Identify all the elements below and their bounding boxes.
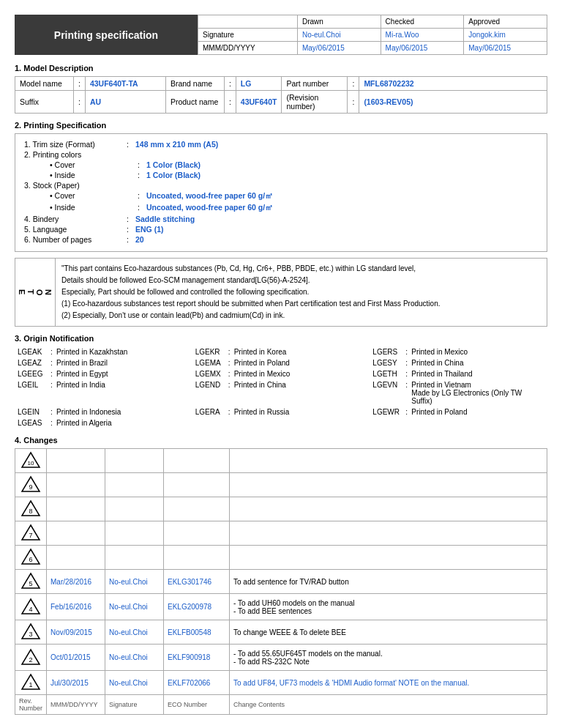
revision-triangle-5: 5 xyxy=(20,572,41,590)
origin-item: LGEAS:Printed in Algeria xyxy=(15,417,192,428)
table-row: 1 Jul/30/2015 No-eul.Choi EKLF702066 To … xyxy=(15,671,547,695)
revision-triangle-10: 10 xyxy=(20,451,41,469)
svg-text:3: 3 xyxy=(29,631,32,638)
origin-item: LGESY:Printed in China xyxy=(370,357,547,368)
spec-row-cover: • Cover : 1 Color (Black) xyxy=(24,160,538,169)
origin-item: LGEIN:Printed in Indonesia xyxy=(15,406,192,417)
revision-triangle-1: 1 xyxy=(20,673,41,691)
revision-triangle-6: 6 xyxy=(20,548,41,565)
origin-item xyxy=(370,417,547,428)
header: Printing specification Drawn Checked App… xyxy=(15,15,547,55)
header-info-table: Drawn Checked Approved Signature No-eul.… xyxy=(198,15,547,55)
table-row: 5 Mar/28/2016 No-eul.Choi EKLG301746 To … xyxy=(15,570,547,594)
table-row: 2 Oct/01/2015 No-eul.Choi EKLF900918 - T… xyxy=(15,645,547,671)
origin-item: LGEEG:Printed in Egypt xyxy=(15,368,192,379)
spec-row-bindery: 4. Bindery : Saddle stitching xyxy=(24,215,538,223)
note-content: "This part contains Eco-hazardous substa… xyxy=(56,259,446,326)
svg-text:6: 6 xyxy=(29,556,32,563)
table-row: Suffix : AU Product name : 43UF640T (Rev… xyxy=(15,91,547,114)
origin-heading: 3. Origin Notification xyxy=(15,334,547,343)
model-description-table: Model name : 43UF640T-TA Brand name : LG… xyxy=(15,76,547,114)
spec-row-inside: • Inside : 1 Color (Black) xyxy=(24,171,538,179)
origin-item: LGEND:Printed in China xyxy=(192,379,370,406)
origin-item: LGERA:Printed in Russia xyxy=(192,406,370,417)
changes-table: 10 9 xyxy=(15,448,547,715)
page-wrapper: Printing specification Drawn Checked App… xyxy=(15,15,547,715)
revision-triangle-8: 8 xyxy=(20,499,41,517)
origin-item: LGETH:Printed in Thailand xyxy=(370,368,547,379)
printing-spec-heading: 2. Printing Specification xyxy=(15,121,547,130)
table-row: Model name : 43UF640T-TA Brand name : LG… xyxy=(15,77,547,91)
table-row: 7 xyxy=(15,521,547,546)
note-label: NOTE xyxy=(15,259,56,326)
revision-triangle-7: 7 xyxy=(20,524,41,541)
spec-row-trim: 1. Trim size (Format) : 148 mm x 210 mm … xyxy=(24,140,538,149)
origin-item: LGEVN:Printed in VietnamMade by LG Elect… xyxy=(370,379,547,406)
table-row: 10 xyxy=(15,449,547,473)
origin-item: LGEKR:Printed in Korea xyxy=(192,346,370,357)
origin-item: LGEAZ:Printed in Brazil xyxy=(15,357,192,368)
changes-footer-row: Rev. Number MMM/DD/YYYY Signature ECO Nu… xyxy=(15,695,547,715)
changes-heading: 4. Changes xyxy=(15,436,547,445)
svg-text:8: 8 xyxy=(29,508,32,515)
origin-item: LGEMA:Printed in Poland xyxy=(192,357,370,368)
origin-item: LGERS:Printed in Mexico xyxy=(370,346,547,357)
model-description-heading: 1. Model Description xyxy=(15,64,547,73)
revision-triangle-2: 2 xyxy=(20,648,41,666)
svg-text:4: 4 xyxy=(29,606,32,613)
revision-triangle-3: 3 xyxy=(20,623,41,640)
origin-section: LGEAK:Printed in Kazakhstan LGEKR:Printe… xyxy=(15,346,547,428)
table-row: 4 Feb/16/2016 No-eul.Choi EKLG200978 - T… xyxy=(15,594,547,620)
spec-row-cover-stock: • Cover : Uncoated, wood-free paper 60 g… xyxy=(24,191,538,201)
svg-text:7: 7 xyxy=(29,532,32,539)
spec-row-pages: 6. Number of pages : 20 xyxy=(24,235,538,244)
table-row: 8 xyxy=(15,497,547,521)
origin-grid: LGEAK:Printed in Kazakhstan LGEKR:Printe… xyxy=(15,346,547,428)
origin-item: LGEAK:Printed in Kazakhstan xyxy=(15,346,192,357)
document-title: Printing specification xyxy=(15,15,198,55)
table-row: 9 xyxy=(15,473,547,497)
table-row: 3 Nov/09/2015 No-eul.Choi EKLFB00548 To … xyxy=(15,620,547,645)
spec-row-inside-stock: • Inside : Uncoated, wood-free paper 60 … xyxy=(24,203,538,213)
origin-item xyxy=(192,417,370,428)
origin-item: LGEMX:Printed in Mexico xyxy=(192,368,370,379)
table-row: 6 xyxy=(15,546,547,570)
svg-text:2: 2 xyxy=(29,656,32,664)
revision-triangle-9: 9 xyxy=(20,475,41,493)
spec-row-print-colors: 2. Printing colors xyxy=(24,150,538,159)
svg-text:9: 9 xyxy=(29,483,32,491)
spec-row-stock: 3. Stock (Paper) xyxy=(24,181,538,190)
svg-text:5: 5 xyxy=(29,580,32,587)
svg-text:1: 1 xyxy=(29,681,32,688)
note-box: NOTE "This part contains Eco-hazardous s… xyxy=(15,258,547,327)
origin-item: LGEWR:Printed in Poland xyxy=(370,406,547,417)
origin-item: LGEIL:Printed in India xyxy=(15,379,192,406)
spec-row-language: 5. Language : ENG (1) xyxy=(24,225,538,234)
svg-text:10: 10 xyxy=(28,460,34,467)
revision-triangle-4: 4 xyxy=(20,598,41,615)
printing-spec-box: 1. Trim size (Format) : 148 mm x 210 mm … xyxy=(15,133,547,252)
